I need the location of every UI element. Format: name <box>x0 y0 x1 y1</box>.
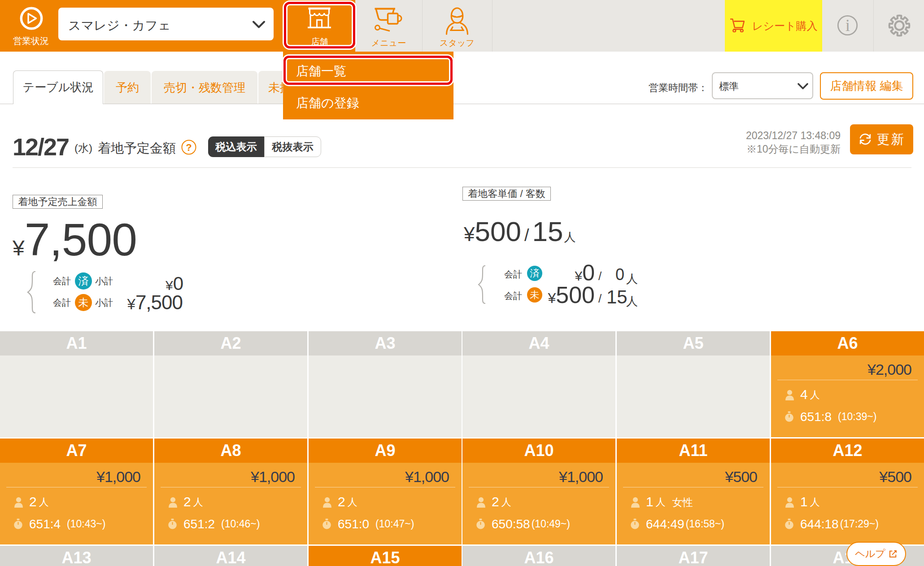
svg-text:i: i <box>846 16 850 35</box>
svg-text:?: ? <box>186 142 192 153</box>
